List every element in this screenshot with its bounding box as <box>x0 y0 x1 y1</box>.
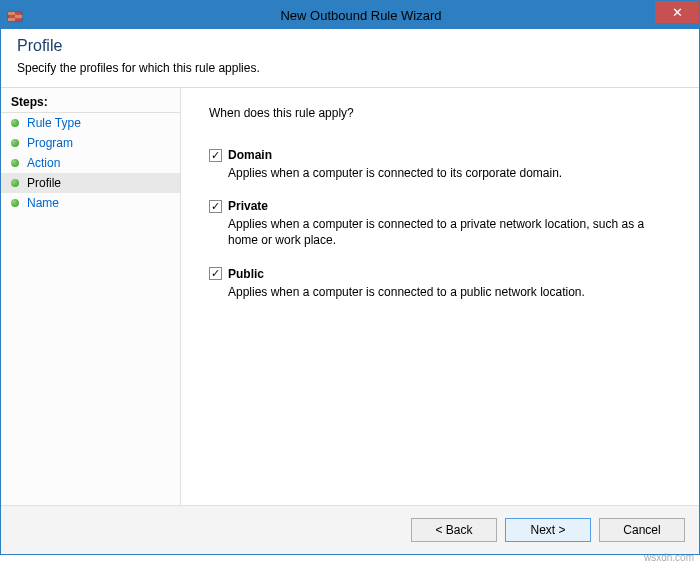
steps-list: Rule Type Program Action Profile Name <box>1 113 180 213</box>
close-button[interactable]: ✕ <box>655 1 699 23</box>
window-title: New Outbound Rule Wizard <box>23 8 699 23</box>
option-public: Public Applies when a computer is connec… <box>209 267 671 300</box>
wizard-window: New Outbound Rule Wizard ✕ Profile Speci… <box>0 0 700 555</box>
option-desc: Applies when a computer is connected to … <box>228 165 648 181</box>
checkbox-private[interactable] <box>209 200 222 213</box>
step-bullet-icon <box>11 199 19 207</box>
option-label: Domain <box>228 148 272 162</box>
step-bullet-icon <box>11 179 19 187</box>
step-label: Rule Type <box>27 116 81 130</box>
sidebar-item-rule-type[interactable]: Rule Type <box>1 113 180 133</box>
checkbox-public[interactable] <box>209 267 222 280</box>
option-private: Private Applies when a computer is conne… <box>209 199 671 248</box>
step-label: Name <box>27 196 59 210</box>
watermark: wsxdn.com <box>644 552 694 563</box>
sidebar-item-action[interactable]: Action <box>1 153 180 173</box>
option-desc: Applies when a computer is connected to … <box>228 284 648 300</box>
back-button[interactable]: < Back <box>411 518 497 542</box>
sidebar-item-program[interactable]: Program <box>1 133 180 153</box>
svg-rect-2 <box>15 15 22 18</box>
checkbox-domain[interactable] <box>209 149 222 162</box>
next-button[interactable]: Next > <box>505 518 591 542</box>
step-label: Program <box>27 136 73 150</box>
option-desc: Applies when a computer is connected to … <box>228 216 648 248</box>
steps-header: Steps: <box>1 92 180 113</box>
step-label: Action <box>27 156 60 170</box>
step-bullet-icon <box>11 159 19 167</box>
option-label: Public <box>228 267 264 281</box>
step-bullet-icon <box>11 119 19 127</box>
cancel-button[interactable]: Cancel <box>599 518 685 542</box>
step-bullet-icon <box>11 139 19 147</box>
content-question: When does this rule apply? <box>209 106 671 120</box>
page-title: Profile <box>17 37 683 55</box>
button-bar: < Back Next > Cancel <box>1 505 699 554</box>
sidebar-item-profile[interactable]: Profile <box>1 173 180 193</box>
option-label: Private <box>228 199 268 213</box>
close-icon: ✕ <box>672 5 683 20</box>
wizard-content: When does this rule apply? Domain Applie… <box>181 88 699 505</box>
page-subtitle: Specify the profiles for which this rule… <box>17 61 683 75</box>
steps-sidebar: Steps: Rule Type Program Action Profile <box>1 88 181 505</box>
wizard-body: Steps: Rule Type Program Action Profile <box>1 87 699 505</box>
title-bar: New Outbound Rule Wizard ✕ <box>1 1 699 29</box>
wizard-header: Profile Specify the profiles for which t… <box>1 29 699 87</box>
option-domain: Domain Applies when a computer is connec… <box>209 148 671 181</box>
svg-rect-1 <box>8 12 15 15</box>
sidebar-item-name[interactable]: Name <box>1 193 180 213</box>
firewall-icon <box>7 7 23 23</box>
svg-rect-3 <box>8 18 15 21</box>
step-label: Profile <box>27 176 61 190</box>
